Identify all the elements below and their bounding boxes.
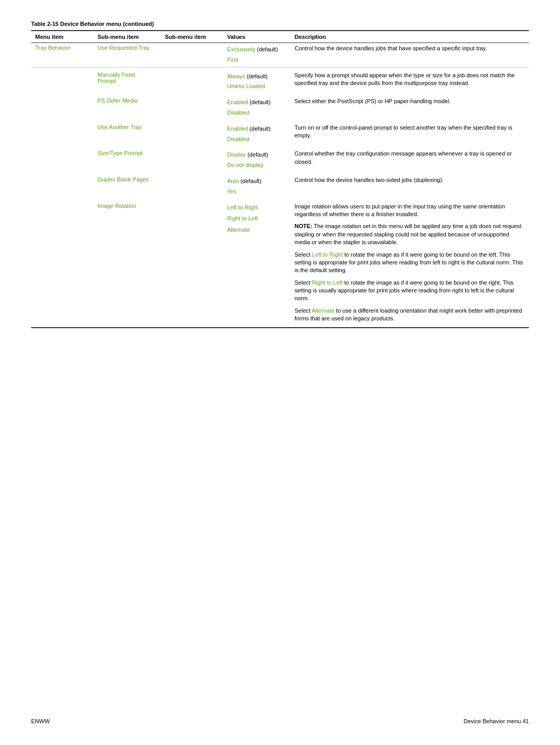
header-values: Values bbox=[223, 31, 290, 43]
menu-item-empty bbox=[31, 93, 93, 120]
sub2-empty bbox=[161, 93, 223, 120]
sub2-empty bbox=[161, 146, 223, 172]
main-table: Menu item Sub-menu item Sub-menu item Va… bbox=[31, 30, 529, 328]
sub1-ps-defer: PS Defer Media bbox=[93, 93, 161, 120]
sub2-empty bbox=[161, 172, 223, 199]
sub2-empty bbox=[161, 120, 223, 146]
menu-item-empty bbox=[31, 199, 93, 328]
header-sub1: Sub-menu item bbox=[93, 31, 161, 43]
footer-left: ENWW bbox=[31, 718, 50, 724]
desc-image-rotation: Image rotation allows users to put paper… bbox=[290, 199, 529, 328]
menu-item-empty bbox=[31, 67, 93, 93]
table-row: Image Rotation Left to Right Right to Le… bbox=[31, 199, 529, 328]
values-ps-defer: Enabled (default) Disabled bbox=[223, 93, 290, 120]
table-title: Table 2-15 Device Behavior menu (continu… bbox=[31, 21, 529, 27]
desc-use-another-tray: Turn on or off the control-panel prompt … bbox=[290, 120, 529, 146]
menu-item-tray-behavior: Tray Behavior bbox=[31, 43, 93, 67]
sub2-empty bbox=[161, 199, 223, 328]
table-row: Use Another Tray Enabled (default) Disab… bbox=[31, 120, 529, 146]
footer-right: Device Behavior menu 41 bbox=[464, 718, 529, 724]
table-row: PS Defer Media Enabled (default) Disable… bbox=[31, 93, 529, 120]
sub2-empty bbox=[161, 43, 223, 67]
sub1-use-requested-tray: Use Requested Tray bbox=[93, 43, 161, 67]
menu-item-empty bbox=[31, 172, 93, 199]
sub2-empty bbox=[161, 67, 223, 93]
values-duplex-blank: Auto (default) Yes bbox=[223, 172, 290, 199]
values-use-another-tray: Enabled (default) Disabled bbox=[223, 120, 290, 146]
desc-duplex-blank: Control how the device handles two-sided… bbox=[290, 172, 529, 199]
header-sub2: Sub-menu item bbox=[161, 31, 223, 43]
header-description: Description bbox=[290, 31, 529, 43]
header-menu-item: Menu item bbox=[31, 31, 93, 43]
menu-item-empty bbox=[31, 146, 93, 172]
values-image-rotation: Left to Right Right to Left Alternate bbox=[223, 199, 290, 328]
desc-use-requested-tray: Control how the device handles jobs that… bbox=[290, 43, 529, 67]
table-row: Size/Type Prompt Display (default) Do no… bbox=[31, 146, 529, 172]
values-use-requested-tray: Exclusively (default) First bbox=[223, 43, 290, 67]
table-row: Manually FeedPrompt Always (default) Unl… bbox=[31, 67, 529, 93]
sub1-image-rotation: Image Rotation bbox=[93, 199, 161, 328]
sub1-use-another-tray: Use Another Tray bbox=[93, 120, 161, 146]
values-manually-feed: Always (default) Unless Loaded bbox=[223, 67, 290, 93]
page-footer: ENWW Device Behavior menu 41 bbox=[31, 718, 529, 724]
values-size-type: Display (default) Do not display bbox=[223, 146, 290, 172]
desc-manually-feed: Specify how a prompt should appear when … bbox=[290, 67, 529, 93]
sub1-size-type: Size/Type Prompt bbox=[93, 146, 161, 172]
sub1-duplex-blank: Duplex Blank Pages bbox=[93, 172, 161, 199]
sub1-manually-feed: Manually FeedPrompt bbox=[93, 67, 161, 93]
menu-item-empty bbox=[31, 120, 93, 146]
desc-ps-defer: Select either the PostScript (PS) or HP … bbox=[290, 93, 529, 120]
table-row: Duplex Blank Pages Auto (default) Yes Co… bbox=[31, 172, 529, 199]
table-row: Tray Behavior Use Requested Tray Exclusi… bbox=[31, 43, 529, 67]
desc-size-type: Control whether the tray configuration m… bbox=[290, 146, 529, 172]
